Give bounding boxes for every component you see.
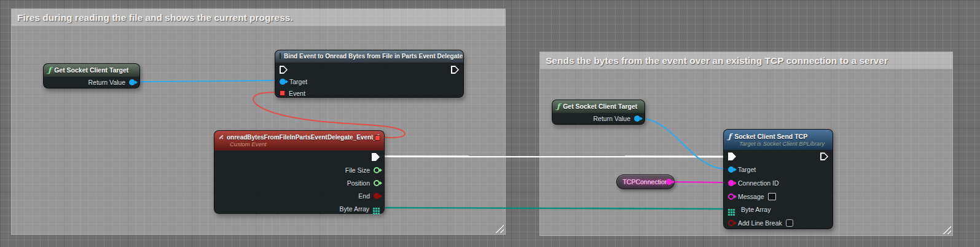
custom-event-icon xyxy=(219,135,223,139)
node-get-socket-client-target[interactable]: ƒ Get Socket Client Target Return Value xyxy=(552,100,645,125)
exec-out-pin[interactable] xyxy=(372,153,380,161)
return-value-pin[interactable] xyxy=(634,116,640,122)
add-line-break-checkbox[interactable] xyxy=(786,219,793,227)
node-header: onreadBytesFromFileInPartsEventDelegate_… xyxy=(214,131,384,151)
byte-array-pin[interactable] xyxy=(373,208,375,210)
pure-function-icon: ƒ xyxy=(557,103,560,110)
pin-label: Connection ID xyxy=(738,179,779,187)
pin-label: Return Value xyxy=(88,79,125,86)
message-text-field[interactable] xyxy=(768,193,776,200)
exec-in-pin[interactable] xyxy=(280,66,288,74)
node-header: ƒ Get Socket Client Target xyxy=(44,64,139,77)
node-header: ƒ Socket Client Send TCP Target is Socke… xyxy=(724,130,833,150)
wire-exec[interactable] xyxy=(379,157,727,157)
node-header: Bind Event to Onread Bytes from File in … xyxy=(275,50,463,63)
node-title: Bind Event to Onread Bytes from File in … xyxy=(284,53,463,60)
node-bind-event[interactable]: Bind Event to Onread Bytes from File in … xyxy=(275,50,464,98)
delegate-output-pin[interactable] xyxy=(375,135,380,141)
variable-output-pin[interactable] xyxy=(666,179,672,185)
connection-id-pin[interactable] xyxy=(728,180,734,186)
pin-label: Message xyxy=(738,193,764,200)
node-subtitle: Target is Socket Client BPLibrary xyxy=(739,140,828,147)
pin-label: Add Line Break xyxy=(738,219,782,227)
node-header: ƒ Get Socket Client Target xyxy=(552,100,645,113)
exec-out-pin[interactable] xyxy=(451,66,459,74)
pin-label: Target xyxy=(738,166,756,173)
wire-connection-id[interactable] xyxy=(672,182,727,182)
pin-label: Target xyxy=(289,78,307,85)
message-pin[interactable] xyxy=(728,194,734,200)
node-socket-client-send-tcp[interactable]: ƒ Socket Client Send TCP Target is Socke… xyxy=(723,129,833,229)
pin-label: End xyxy=(358,192,370,200)
file-size-pin[interactable] xyxy=(374,167,380,173)
target-pin[interactable] xyxy=(280,79,286,85)
pin-label: Return Value xyxy=(593,115,630,122)
exec-in-pin[interactable] xyxy=(728,152,736,160)
pin-label: Event xyxy=(289,90,305,97)
node-title: onreadBytesFromFileInPartsEventDelegate_… xyxy=(227,134,380,141)
function-icon: ƒ xyxy=(728,133,731,140)
return-value-pin[interactable] xyxy=(129,79,135,85)
end-pin[interactable] xyxy=(374,193,380,199)
node-get-socket-client-target[interactable]: ƒ Get Socket Client Target Return Value xyxy=(43,63,140,88)
wire-target-object[interactable] xyxy=(133,80,279,82)
node-variable-tcpconnection[interactable]: TCPConnection xyxy=(616,174,675,189)
node-title: Get Socket Client Target xyxy=(563,103,637,110)
pure-function-icon: ƒ xyxy=(48,66,51,74)
wire-target-object[interactable] xyxy=(638,118,727,169)
exec-out-pin[interactable] xyxy=(820,152,828,160)
pin-label: Position xyxy=(347,179,370,187)
byte-array-pin[interactable] xyxy=(728,209,730,211)
node-subtitle: Custom Event xyxy=(230,141,380,147)
blueprint-graph-canvas[interactable]: Fires during reading the file and shows … xyxy=(0,0,980,247)
node-custom-event[interactable]: onreadBytesFromFileInPartsEventDelegate_… xyxy=(214,130,385,214)
wire-byte-array[interactable] xyxy=(379,208,727,209)
pin-label: Byte Array xyxy=(741,206,770,213)
pin-label: Byte Array xyxy=(340,205,369,213)
add-line-break-pin[interactable] xyxy=(728,220,734,226)
pin-label: File Size xyxy=(345,167,370,174)
position-pin[interactable] xyxy=(374,180,380,186)
target-pin[interactable] xyxy=(728,167,734,173)
event-delegate-pin[interactable] xyxy=(280,90,285,96)
node-title: Get Socket Client Target xyxy=(54,66,128,74)
node-title: Socket Client Send TCP xyxy=(734,133,807,140)
variable-name: TCPConnection xyxy=(622,178,668,186)
bind-event-icon xyxy=(280,53,281,60)
